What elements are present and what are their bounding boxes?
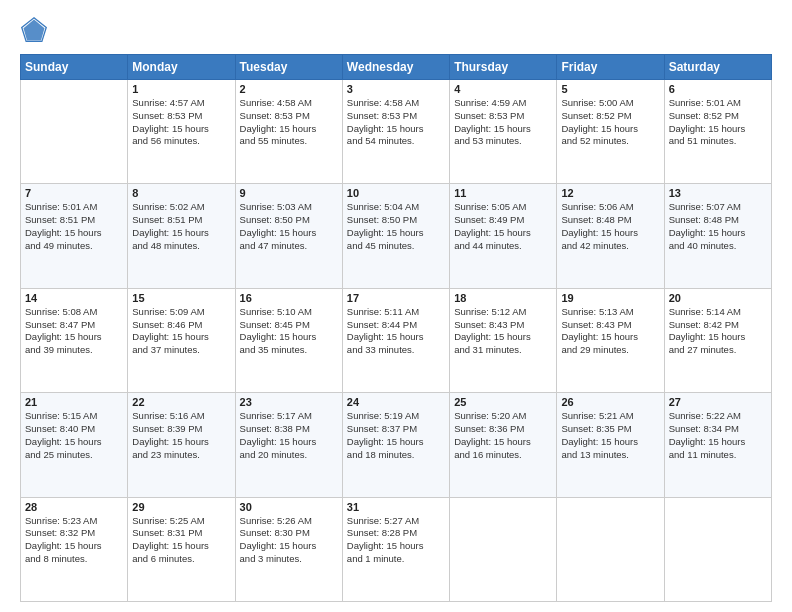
calendar-cell: 14Sunrise: 5:08 AMSunset: 8:47 PMDayligh… — [21, 288, 128, 392]
day-info: Sunrise: 5:27 AMSunset: 8:28 PMDaylight:… — [347, 515, 445, 566]
weekday-tuesday: Tuesday — [235, 55, 342, 80]
day-number: 4 — [454, 83, 552, 95]
day-number: 27 — [669, 396, 767, 408]
day-info: Sunrise: 4:58 AMSunset: 8:53 PMDaylight:… — [240, 97, 338, 148]
calendar-cell: 13Sunrise: 5:07 AMSunset: 8:48 PMDayligh… — [664, 184, 771, 288]
calendar-cell: 15Sunrise: 5:09 AMSunset: 8:46 PMDayligh… — [128, 288, 235, 392]
calendar-cell: 10Sunrise: 5:04 AMSunset: 8:50 PMDayligh… — [342, 184, 449, 288]
day-info: Sunrise: 5:22 AMSunset: 8:34 PMDaylight:… — [669, 410, 767, 461]
day-number: 5 — [561, 83, 659, 95]
day-number: 19 — [561, 292, 659, 304]
calendar-week-2: 7Sunrise: 5:01 AMSunset: 8:51 PMDaylight… — [21, 184, 772, 288]
day-info: Sunrise: 5:19 AMSunset: 8:37 PMDaylight:… — [347, 410, 445, 461]
day-number: 2 — [240, 83, 338, 95]
day-info: Sunrise: 5:26 AMSunset: 8:30 PMDaylight:… — [240, 515, 338, 566]
day-number: 23 — [240, 396, 338, 408]
day-number: 22 — [132, 396, 230, 408]
calendar-cell: 9Sunrise: 5:03 AMSunset: 8:50 PMDaylight… — [235, 184, 342, 288]
day-info: Sunrise: 4:58 AMSunset: 8:53 PMDaylight:… — [347, 97, 445, 148]
day-number: 3 — [347, 83, 445, 95]
svg-marker-0 — [24, 20, 45, 41]
day-number: 30 — [240, 501, 338, 513]
page: SundayMondayTuesdayWednesdayThursdayFrid… — [0, 0, 792, 612]
day-info: Sunrise: 4:59 AMSunset: 8:53 PMDaylight:… — [454, 97, 552, 148]
day-number: 8 — [132, 187, 230, 199]
weekday-friday: Friday — [557, 55, 664, 80]
day-info: Sunrise: 5:06 AMSunset: 8:48 PMDaylight:… — [561, 201, 659, 252]
calendar-cell: 12Sunrise: 5:06 AMSunset: 8:48 PMDayligh… — [557, 184, 664, 288]
weekday-wednesday: Wednesday — [342, 55, 449, 80]
calendar-cell: 3Sunrise: 4:58 AMSunset: 8:53 PMDaylight… — [342, 80, 449, 184]
weekday-thursday: Thursday — [450, 55, 557, 80]
weekday-monday: Monday — [128, 55, 235, 80]
day-info: Sunrise: 5:20 AMSunset: 8:36 PMDaylight:… — [454, 410, 552, 461]
calendar-cell: 26Sunrise: 5:21 AMSunset: 8:35 PMDayligh… — [557, 393, 664, 497]
calendar-cell: 18Sunrise: 5:12 AMSunset: 8:43 PMDayligh… — [450, 288, 557, 392]
day-info: Sunrise: 5:25 AMSunset: 8:31 PMDaylight:… — [132, 515, 230, 566]
day-info: Sunrise: 5:03 AMSunset: 8:50 PMDaylight:… — [240, 201, 338, 252]
header — [20, 16, 772, 44]
calendar-cell: 24Sunrise: 5:19 AMSunset: 8:37 PMDayligh… — [342, 393, 449, 497]
day-info: Sunrise: 5:13 AMSunset: 8:43 PMDaylight:… — [561, 306, 659, 357]
day-info: Sunrise: 5:09 AMSunset: 8:46 PMDaylight:… — [132, 306, 230, 357]
calendar-cell: 22Sunrise: 5:16 AMSunset: 8:39 PMDayligh… — [128, 393, 235, 497]
calendar-cell: 20Sunrise: 5:14 AMSunset: 8:42 PMDayligh… — [664, 288, 771, 392]
day-number: 15 — [132, 292, 230, 304]
day-info: Sunrise: 5:21 AMSunset: 8:35 PMDaylight:… — [561, 410, 659, 461]
calendar-week-4: 21Sunrise: 5:15 AMSunset: 8:40 PMDayligh… — [21, 393, 772, 497]
calendar-cell: 8Sunrise: 5:02 AMSunset: 8:51 PMDaylight… — [128, 184, 235, 288]
day-number: 29 — [132, 501, 230, 513]
day-info: Sunrise: 5:17 AMSunset: 8:38 PMDaylight:… — [240, 410, 338, 461]
day-info: Sunrise: 5:11 AMSunset: 8:44 PMDaylight:… — [347, 306, 445, 357]
day-info: Sunrise: 5:04 AMSunset: 8:50 PMDaylight:… — [347, 201, 445, 252]
logo-icon — [20, 16, 48, 44]
calendar-cell: 25Sunrise: 5:20 AMSunset: 8:36 PMDayligh… — [450, 393, 557, 497]
day-info: Sunrise: 5:08 AMSunset: 8:47 PMDaylight:… — [25, 306, 123, 357]
day-info: Sunrise: 4:57 AMSunset: 8:53 PMDaylight:… — [132, 97, 230, 148]
day-number: 9 — [240, 187, 338, 199]
logo — [20, 16, 52, 44]
day-number: 14 — [25, 292, 123, 304]
calendar-cell: 16Sunrise: 5:10 AMSunset: 8:45 PMDayligh… — [235, 288, 342, 392]
day-number: 20 — [669, 292, 767, 304]
calendar-cell: 30Sunrise: 5:26 AMSunset: 8:30 PMDayligh… — [235, 497, 342, 601]
day-number: 11 — [454, 187, 552, 199]
weekday-saturday: Saturday — [664, 55, 771, 80]
calendar-cell: 31Sunrise: 5:27 AMSunset: 8:28 PMDayligh… — [342, 497, 449, 601]
day-number: 17 — [347, 292, 445, 304]
calendar-week-5: 28Sunrise: 5:23 AMSunset: 8:32 PMDayligh… — [21, 497, 772, 601]
calendar-cell — [21, 80, 128, 184]
calendar-cell: 17Sunrise: 5:11 AMSunset: 8:44 PMDayligh… — [342, 288, 449, 392]
calendar-cell: 27Sunrise: 5:22 AMSunset: 8:34 PMDayligh… — [664, 393, 771, 497]
calendar-cell: 2Sunrise: 4:58 AMSunset: 8:53 PMDaylight… — [235, 80, 342, 184]
day-info: Sunrise: 5:15 AMSunset: 8:40 PMDaylight:… — [25, 410, 123, 461]
day-info: Sunrise: 5:10 AMSunset: 8:45 PMDaylight:… — [240, 306, 338, 357]
day-number: 28 — [25, 501, 123, 513]
day-info: Sunrise: 5:12 AMSunset: 8:43 PMDaylight:… — [454, 306, 552, 357]
day-number: 31 — [347, 501, 445, 513]
day-info: Sunrise: 5:01 AMSunset: 8:52 PMDaylight:… — [669, 97, 767, 148]
day-number: 12 — [561, 187, 659, 199]
day-info: Sunrise: 5:00 AMSunset: 8:52 PMDaylight:… — [561, 97, 659, 148]
weekday-sunday: Sunday — [21, 55, 128, 80]
calendar-cell — [450, 497, 557, 601]
day-number: 25 — [454, 396, 552, 408]
day-number: 1 — [132, 83, 230, 95]
calendar-cell: 19Sunrise: 5:13 AMSunset: 8:43 PMDayligh… — [557, 288, 664, 392]
calendar-cell: 23Sunrise: 5:17 AMSunset: 8:38 PMDayligh… — [235, 393, 342, 497]
day-number: 24 — [347, 396, 445, 408]
day-info: Sunrise: 5:07 AMSunset: 8:48 PMDaylight:… — [669, 201, 767, 252]
day-number: 18 — [454, 292, 552, 304]
day-info: Sunrise: 5:05 AMSunset: 8:49 PMDaylight:… — [454, 201, 552, 252]
calendar-cell: 28Sunrise: 5:23 AMSunset: 8:32 PMDayligh… — [21, 497, 128, 601]
calendar-cell: 7Sunrise: 5:01 AMSunset: 8:51 PMDaylight… — [21, 184, 128, 288]
calendar-week-3: 14Sunrise: 5:08 AMSunset: 8:47 PMDayligh… — [21, 288, 772, 392]
calendar-cell — [664, 497, 771, 601]
calendar-cell: 6Sunrise: 5:01 AMSunset: 8:52 PMDaylight… — [664, 80, 771, 184]
calendar-cell: 5Sunrise: 5:00 AMSunset: 8:52 PMDaylight… — [557, 80, 664, 184]
day-number: 13 — [669, 187, 767, 199]
calendar-cell: 21Sunrise: 5:15 AMSunset: 8:40 PMDayligh… — [21, 393, 128, 497]
day-number: 16 — [240, 292, 338, 304]
day-info: Sunrise: 5:01 AMSunset: 8:51 PMDaylight:… — [25, 201, 123, 252]
calendar-table: SundayMondayTuesdayWednesdayThursdayFrid… — [20, 54, 772, 602]
